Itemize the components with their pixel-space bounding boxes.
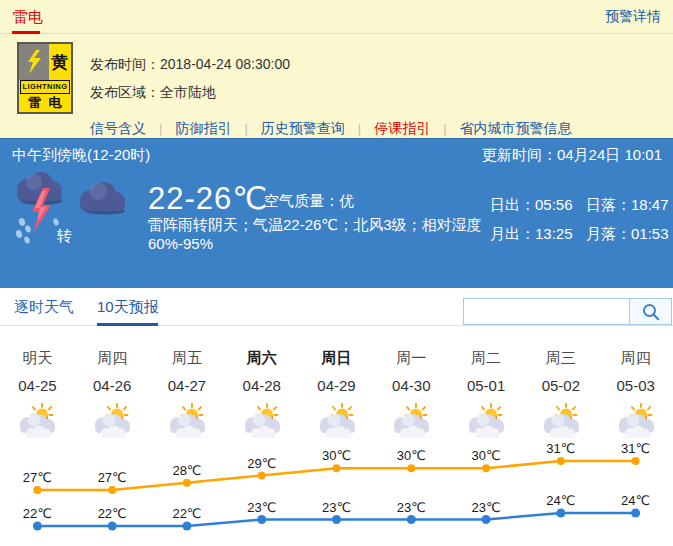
forecast-day-column[interactable]: 周四 05-03 bbox=[598, 349, 673, 439]
partly-cloudy-icon bbox=[165, 403, 209, 439]
lightning-bolt-icon bbox=[19, 44, 49, 80]
alert-link-2[interactable]: 历史预警查询 bbox=[261, 120, 345, 139]
forecast-tab-bar: 逐时天气 10天预报 bbox=[0, 288, 673, 326]
chart-point bbox=[333, 464, 341, 472]
moonrise-time: 月出：13:25 bbox=[490, 225, 586, 244]
overcast-cloud-icon bbox=[76, 177, 128, 217]
forecast-day-column[interactable]: 周日 04-29 bbox=[299, 349, 374, 439]
alert-info: 发布时间：2018-04-24 08:30:00 发布区域：全市陆地 bbox=[90, 50, 290, 106]
link-separator: | bbox=[159, 121, 162, 136]
search-box bbox=[463, 298, 672, 325]
forecast-day-column[interactable]: 周六 04-28 bbox=[224, 349, 299, 439]
day-label: 周日 bbox=[322, 349, 352, 368]
tab-hourly-weather[interactable]: 逐时天气 bbox=[14, 298, 74, 317]
search-button[interactable] bbox=[630, 298, 672, 325]
issue-time-label: 发布时间： bbox=[90, 56, 160, 72]
air-quality: 空气质量：优 bbox=[264, 192, 354, 211]
chart-point-label: 31℃ bbox=[546, 441, 575, 456]
date-label: 04-28 bbox=[243, 377, 281, 394]
partly-cloudy-icon bbox=[315, 403, 359, 439]
day-label: 周二 bbox=[471, 349, 501, 368]
partly-cloudy-icon bbox=[90, 403, 134, 439]
chart-point bbox=[108, 522, 117, 531]
transition-text: 转 bbox=[57, 227, 72, 246]
chart-point-label: 22℃ bbox=[98, 506, 127, 521]
alert-link-3[interactable]: 停课指引 bbox=[374, 120, 430, 139]
link-separator: | bbox=[358, 121, 361, 136]
chart-point-label: 23℃ bbox=[322, 500, 351, 515]
temperature-range: 22-26℃ bbox=[148, 180, 268, 217]
forecast-period-title: 中午到傍晚(12-20时) bbox=[12, 146, 150, 165]
chart-point bbox=[258, 472, 266, 480]
forecast-day-column[interactable]: 周一 04-30 bbox=[374, 349, 449, 439]
warning-level-char: 黄 bbox=[49, 44, 71, 80]
search-icon bbox=[641, 302, 661, 322]
alert-body: 黄 LIGHTNING 雷电 发布时间：2018-04-24 08:30:00 … bbox=[0, 34, 673, 137]
link-separator: | bbox=[244, 121, 247, 136]
alert-tab-bar: 雷电 预警详情 bbox=[0, 0, 673, 34]
chart-point bbox=[631, 509, 640, 518]
chart-point-label: 29℃ bbox=[247, 456, 276, 471]
date-label: 04-26 bbox=[93, 377, 131, 394]
forecast-day-column[interactable]: 明天 04-25 bbox=[0, 349, 75, 439]
chart-point bbox=[33, 522, 42, 531]
forecast-day-column[interactable]: 周四 04-26 bbox=[75, 349, 150, 439]
day-label: 周四 bbox=[97, 349, 127, 368]
chart-point-label: 22℃ bbox=[23, 506, 52, 521]
search-input[interactable] bbox=[463, 298, 630, 325]
alert-link-0[interactable]: 信号含义 bbox=[90, 120, 146, 139]
update-time: 更新时间：04月24日 10:01 bbox=[482, 146, 662, 165]
day-label: 周一 bbox=[396, 349, 426, 368]
chart-point-label: 30℃ bbox=[472, 448, 501, 463]
chart-point bbox=[108, 486, 116, 494]
chart-point-label: 23℃ bbox=[397, 500, 426, 515]
chart-point-label: 28℃ bbox=[172, 463, 201, 478]
forecast-day-column[interactable]: 周二 05-01 bbox=[449, 349, 524, 439]
link-separator: | bbox=[443, 121, 446, 136]
chart-point bbox=[182, 522, 191, 531]
day-label: 周五 bbox=[172, 349, 202, 368]
date-label: 04-27 bbox=[168, 377, 206, 394]
tab-lightning-alert[interactable]: 雷电 bbox=[13, 8, 43, 27]
date-label: 04-25 bbox=[18, 377, 56, 394]
chart-point-label: 27℃ bbox=[23, 470, 52, 485]
alert-details-link[interactable]: 预警详情 bbox=[605, 8, 661, 26]
alert-link-4[interactable]: 省内城市预警信息 bbox=[460, 120, 572, 139]
active-tab-underline bbox=[97, 323, 158, 326]
date-label: 05-02 bbox=[542, 377, 580, 394]
chart-point-label: 23℃ bbox=[247, 500, 276, 515]
warning-type-label: 雷电 bbox=[19, 94, 71, 112]
moonset-time: 月落：01:53 bbox=[586, 225, 669, 244]
day-label: 周四 bbox=[621, 349, 651, 368]
chart-point bbox=[407, 464, 415, 472]
forecast-day-column[interactable]: 周五 04-27 bbox=[150, 349, 225, 439]
partly-cloudy-icon bbox=[614, 403, 658, 439]
chart-point-label: 27℃ bbox=[98, 470, 127, 485]
alert-links: 信号含义|防御指引|历史预警查询|停课指引|省内城市预警信息 bbox=[90, 120, 572, 138]
day-label: 周三 bbox=[546, 349, 576, 368]
chart-point bbox=[332, 515, 341, 524]
chart-point-label: 30℃ bbox=[397, 448, 426, 463]
issue-area-label: 发布区域： bbox=[90, 84, 160, 100]
day-label: 周六 bbox=[247, 349, 277, 368]
sunrise-time: 日出：05:56 bbox=[490, 196, 586, 215]
chart-point bbox=[632, 457, 640, 465]
chart-point-label: 24℃ bbox=[621, 493, 650, 508]
alert-link-1[interactable]: 防御指引 bbox=[175, 120, 231, 139]
issue-time-value: 2018-04-24 08:30:00 bbox=[160, 56, 290, 72]
lightning-warning-badge: 黄 LIGHTNING 雷电 bbox=[17, 42, 73, 114]
weather-description: 雷阵雨转阴天；气温22-26℃；北风3级；相对湿度60%-95% bbox=[148, 215, 484, 253]
chart-point bbox=[482, 515, 491, 524]
alert-header: 雷电 预警详情 黄 LIGHTNING 雷电 发布时间：2018-04-24 0… bbox=[0, 0, 673, 138]
chart-point bbox=[556, 509, 565, 518]
forecast-day-column[interactable]: 周三 05-02 bbox=[523, 349, 598, 439]
chart-point bbox=[257, 515, 266, 524]
temp-chart: 27℃27℃28℃29℃30℃30℃30℃31℃31℃22℃22℃22℃23℃2… bbox=[0, 445, 673, 546]
chart-point-label: 24℃ bbox=[546, 493, 575, 508]
day-label: 明天 bbox=[22, 349, 52, 368]
chart-point bbox=[33, 486, 41, 494]
current-conditions-panel: 中午到傍晚(12-20时) 更新时间：04月24日 10:01 转 22-26℃… bbox=[0, 138, 673, 288]
tab-ten-day-forecast[interactable]: 10天预报 bbox=[97, 298, 159, 317]
chart-series-high: 27℃27℃28℃29℃30℃30℃30℃31℃31℃ bbox=[23, 441, 650, 494]
chart-point-label: 22℃ bbox=[172, 506, 201, 521]
